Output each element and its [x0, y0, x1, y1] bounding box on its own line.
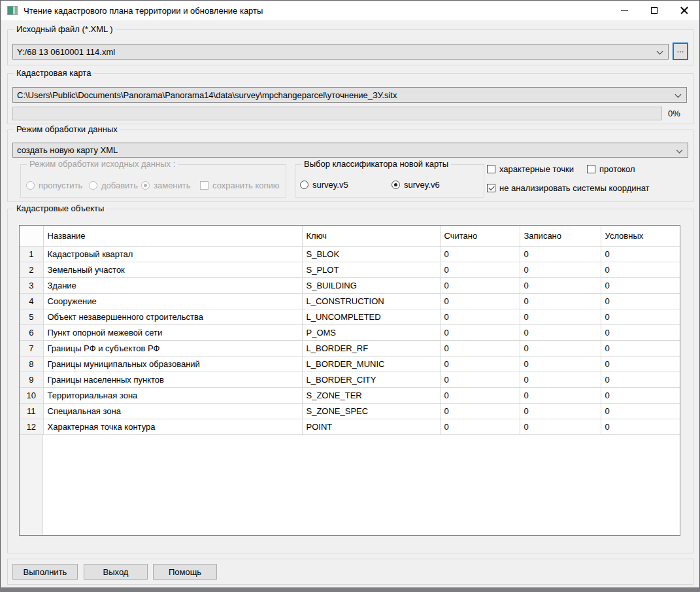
cell-key[interactable]: S_BLOK: [302, 246, 440, 262]
minimize-button[interactable]: [609, 1, 639, 20]
cell-written[interactable]: 0: [520, 293, 601, 309]
row-number[interactable]: 2: [20, 262, 43, 277]
cell-name[interactable]: Объект незавершенного строительства: [43, 309, 302, 324]
cell-name[interactable]: Границы населенных пунктов: [43, 372, 302, 387]
row-number[interactable]: 11: [20, 403, 43, 419]
table-row[interactable]: 6Пункт опорной межевой сетиP_OMS000: [20, 324, 680, 340]
row-number[interactable]: 12: [20, 419, 43, 434]
table-row[interactable]: 1Кадастровый кварталS_BLOK000: [20, 246, 680, 262]
cadastral-map-combo[interactable]: C:\Users\Public\Documents\Panorama\Panor…: [12, 87, 687, 103]
cell-read[interactable]: 0: [440, 277, 520, 293]
cell-read[interactable]: 0: [440, 356, 520, 372]
cell-read[interactable]: 0: [440, 262, 520, 277]
cell-written[interactable]: 0: [520, 340, 601, 356]
checkbox-no-coord-analysis[interactable]: не анализировать системы координат: [487, 183, 650, 192]
cell-read[interactable]: 0: [440, 309, 520, 324]
cell-key[interactable]: S_BUILDING: [302, 277, 440, 293]
exit-button[interactable]: Выход: [84, 564, 148, 580]
cell-name[interactable]: Характерная точка контура: [43, 419, 302, 434]
row-number[interactable]: 10: [20, 387, 43, 403]
cell-read[interactable]: 0: [440, 340, 520, 356]
table-row[interactable]: 11Специальная зонаS_ZONE_SPEC000: [20, 403, 680, 419]
column-header-conditional[interactable]: Условных: [601, 226, 680, 246]
cell-written[interactable]: 0: [520, 262, 601, 277]
cell-name[interactable]: Территориальная зона: [43, 387, 302, 403]
row-number[interactable]: 1: [20, 246, 43, 262]
cell-key[interactable]: L_BORDER_MUNIC: [302, 356, 440, 372]
row-number[interactable]: 6: [20, 324, 43, 340]
table-row[interactable]: 8Границы муниципальных образованийL_BORD…: [20, 356, 680, 372]
table-row[interactable]: 5Объект незавершенного строительстваL_UN…: [20, 309, 680, 324]
checkbox-protocol[interactable]: протокол: [587, 164, 635, 173]
cell-written[interactable]: 0: [520, 309, 601, 324]
maximize-button[interactable]: [639, 1, 669, 20]
cell-conditional[interactable]: 0: [601, 340, 680, 356]
row-number[interactable]: 4: [20, 293, 43, 309]
column-header-key[interactable]: Ключ: [302, 226, 440, 246]
cell-read[interactable]: 0: [440, 403, 520, 419]
row-number[interactable]: 7: [20, 340, 43, 356]
cell-name[interactable]: Границы РФ и субъектов РФ: [43, 340, 302, 356]
help-button[interactable]: Помощь: [153, 564, 217, 580]
processing-mode-combo[interactable]: создать новую карту XML: [12, 143, 688, 158]
table-row[interactable]: 12Характерная точка контураPOINT000: [20, 419, 680, 434]
cell-written[interactable]: 0: [520, 419, 601, 434]
column-header-written[interactable]: Записано: [520, 226, 601, 246]
cell-key[interactable]: L_BORDER_CITY: [302, 372, 440, 387]
cell-written[interactable]: 0: [520, 277, 601, 293]
table-row[interactable]: 7Границы РФ и субъектов РФL_BORDER_RF000: [20, 340, 680, 356]
source-file-combo[interactable]: Y:/68 13 0610001 114.xml: [12, 44, 669, 60]
column-header-name[interactable]: Название: [43, 226, 302, 246]
cell-conditional[interactable]: 0: [601, 419, 680, 434]
cell-key[interactable]: L_CONSTRUCTION: [302, 293, 440, 309]
cell-name[interactable]: Здание: [43, 277, 302, 293]
cell-conditional[interactable]: 0: [601, 293, 680, 309]
cell-name[interactable]: Сооружение: [43, 293, 302, 309]
table-row[interactable]: 2Земельный участокS_PLOT000: [20, 262, 680, 277]
row-number[interactable]: 8: [20, 356, 43, 372]
cell-conditional[interactable]: 0: [601, 403, 680, 419]
cell-written[interactable]: 0: [520, 387, 601, 403]
cell-written[interactable]: 0: [520, 372, 601, 387]
cell-read[interactable]: 0: [440, 246, 520, 262]
cell-conditional[interactable]: 0: [601, 324, 680, 340]
cell-conditional[interactable]: 0: [601, 356, 680, 372]
table-row[interactable]: 9Границы населенных пунктовL_BORDER_CITY…: [20, 372, 680, 387]
close-button[interactable]: [669, 1, 699, 20]
cell-key[interactable]: L_UNCOMPLETED: [302, 309, 440, 324]
row-number[interactable]: 9: [20, 372, 43, 387]
cell-written[interactable]: 0: [520, 356, 601, 372]
cell-read[interactable]: 0: [440, 324, 520, 340]
cell-read[interactable]: 0: [440, 372, 520, 387]
cell-name[interactable]: Границы муниципальных образований: [43, 356, 302, 372]
cell-name[interactable]: Земельный участок: [43, 262, 302, 277]
cell-name[interactable]: Кадастровый квартал: [43, 246, 302, 262]
cell-read[interactable]: 0: [440, 293, 520, 309]
cell-key[interactable]: S_PLOT: [302, 262, 440, 277]
cell-written[interactable]: 0: [520, 246, 601, 262]
cell-key[interactable]: L_BORDER_RF: [302, 340, 440, 356]
cell-key[interactable]: P_OMS: [302, 324, 440, 340]
cell-conditional[interactable]: 0: [601, 387, 680, 403]
titlebar[interactable]: Чтение кадастрового плана территории и о…: [1, 1, 699, 20]
cell-written[interactable]: 0: [520, 324, 601, 340]
checkbox-char-points[interactable]: характерные точки: [487, 164, 574, 173]
cell-written[interactable]: 0: [520, 403, 601, 419]
cell-conditional[interactable]: 0: [601, 372, 680, 387]
cell-name[interactable]: Специальная зона: [43, 403, 302, 419]
cell-conditional[interactable]: 0: [601, 277, 680, 293]
table-row[interactable]: 4СооружениеL_CONSTRUCTION000: [20, 293, 680, 309]
cell-key[interactable]: POINT: [302, 419, 440, 434]
table-row[interactable]: 3ЗданиеS_BUILDING000: [20, 277, 680, 293]
run-button[interactable]: Выполнить: [12, 564, 78, 580]
cell-conditional[interactable]: 0: [601, 309, 680, 324]
radio-survey-v5[interactable]: survey.v5: [300, 180, 348, 189]
radio-survey-v6[interactable]: survey.v6: [392, 180, 440, 189]
column-header-read[interactable]: Считано: [440, 226, 520, 246]
cell-key[interactable]: S_ZONE_SPEC: [302, 403, 440, 419]
row-number[interactable]: 5: [20, 309, 43, 324]
cell-read[interactable]: 0: [440, 419, 520, 434]
cell-key[interactable]: S_ZONE_TER: [302, 387, 440, 403]
table-row[interactable]: 10Территориальная зонаS_ZONE_TER000: [20, 387, 680, 403]
row-number[interactable]: 3: [20, 277, 43, 293]
